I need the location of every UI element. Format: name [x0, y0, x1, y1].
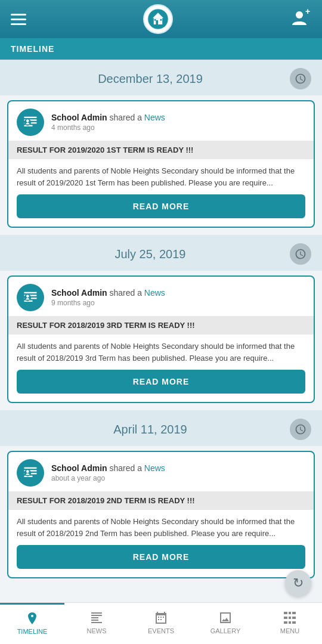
svg-rect-20 [24, 467, 37, 469]
date-text-1: July 25, 2019 [11, 247, 290, 261]
date-header-2: April 11, 2019 [0, 410, 322, 446]
post-author-1: School Admin [51, 288, 107, 298]
nav-gallery-label: GALLERY [210, 627, 241, 634]
nav-menu-label: MENU [280, 627, 299, 634]
post-author-line-2: School Admin shared a News [51, 463, 165, 473]
read-more-button-1[interactable]: READ MORE [17, 370, 305, 394]
post-card-1: School Admin shared a News 9 months ago … [7, 275, 315, 403]
post-author-line-0: School Admin shared a News [51, 113, 165, 122]
post-shared-2: shared a [109, 463, 144, 473]
svg-point-6 [296, 11, 303, 18]
post-shared-1: shared a [109, 288, 144, 298]
add-user-button[interactable]: + [290, 7, 311, 31]
timeline-icon [25, 611, 39, 626]
svg-rect-8 [24, 117, 37, 118]
clock-icon-1[interactable] [290, 243, 311, 265]
post-header-2: School Admin shared a News about a year … [8, 452, 314, 491]
post-title-2: RESULT FOR 2018/2019 2ND TERM IS READY !… [8, 491, 314, 510]
post-card-2: School Admin shared a News about a year … [7, 451, 315, 578]
post-time-2: about a year ago [51, 474, 165, 482]
news-icon [89, 611, 104, 625]
date-header-0: December 13, 2019 [0, 60, 322, 95]
section-bar: TIMELINE [0, 38, 322, 60]
post-time-1: 9 months ago [51, 299, 165, 307]
nav-news[interactable]: NEWS [64, 603, 129, 644]
post-avatar-2 [17, 459, 44, 487]
post-title-0: RESULT FOR 2019/2020 1ST TERM IS READY !… [8, 141, 314, 159]
nav-gallery[interactable]: GALLERY [193, 603, 258, 644]
date-text-0: December 13, 2019 [11, 72, 290, 86]
post-body-1: All students and parents of Noble Height… [8, 335, 314, 370]
section-bar-label: TIMELINE [11, 44, 54, 54]
post-news-link-2[interactable]: News [144, 463, 165, 473]
post-body-2: All students and parents of Noble Height… [8, 510, 314, 545]
nav-news-label: NEWS [87, 627, 107, 634]
svg-point-19 [26, 295, 29, 298]
svg-point-13 [26, 119, 29, 122]
post-title-1: RESULT FOR 2018/2019 3RD TERM IS READY !… [8, 316, 314, 335]
bottom-navigation: TIMELINE NEWS EVENTS GALLERY MENU [0, 602, 322, 644]
post-author-line-1: School Admin shared a News [51, 288, 165, 298]
nav-events-label: EVENTS [148, 627, 174, 634]
clock-icon-0[interactable] [290, 68, 311, 89]
date-header-1: July 25, 2019 [0, 235, 322, 271]
clock-icon-2[interactable] [290, 419, 311, 440]
date-text-2: April 11, 2019 [11, 423, 290, 436]
post-card-0: School Admin shared a News 4 months ago … [7, 100, 315, 228]
post-meta-2: School Admin shared a News about a year … [51, 463, 165, 482]
post-news-link-0[interactable]: News [144, 113, 165, 122]
nav-timeline-label: TIMELINE [17, 628, 48, 635]
gallery-icon [218, 611, 233, 625]
timeline-content: December 13, 2019 School [0, 60, 322, 644]
svg-rect-2 [156, 20, 158, 24]
read-more-button-2[interactable]: READ MORE [17, 545, 305, 569]
svg-rect-5 [160, 19, 162, 21]
nav-timeline[interactable]: TIMELINE [0, 603, 64, 644]
svg-rect-4 [154, 19, 156, 21]
app-header: + [0, 0, 322, 38]
svg-rect-14 [24, 292, 37, 293]
school-logo-icon [147, 8, 169, 30]
events-icon [154, 611, 168, 625]
hamburger-menu-button[interactable] [11, 14, 26, 25]
post-time-0: 4 months ago [51, 123, 165, 132]
svg-text:+: + [305, 7, 310, 16]
post-author-0: School Admin [51, 113, 107, 122]
post-meta-0: School Admin shared a News 4 months ago [51, 113, 165, 132]
post-avatar-1 [17, 284, 44, 311]
post-avatar-0 [17, 109, 44, 136]
refresh-button[interactable]: ↻ [285, 570, 311, 596]
school-logo [143, 4, 173, 34]
post-header-0: School Admin shared a News 4 months ago [8, 101, 314, 141]
post-body-0: All students and parents of Noble Height… [8, 159, 314, 194]
nav-menu[interactable]: MENU [258, 603, 322, 644]
post-shared-0: shared a [109, 113, 144, 122]
read-more-button-0[interactable]: READ MORE [17, 194, 305, 218]
post-author-2: School Admin [51, 463, 107, 473]
svg-point-25 [26, 470, 29, 473]
post-news-link-1[interactable]: News [144, 288, 165, 298]
post-meta-1: School Admin shared a News 9 months ago [51, 288, 165, 307]
add-user-icon: + [290, 7, 311, 29]
nav-events[interactable]: EVENTS [129, 603, 193, 644]
post-header-1: School Admin shared a News 9 months ago [8, 277, 314, 316]
menu-icon [283, 611, 297, 625]
